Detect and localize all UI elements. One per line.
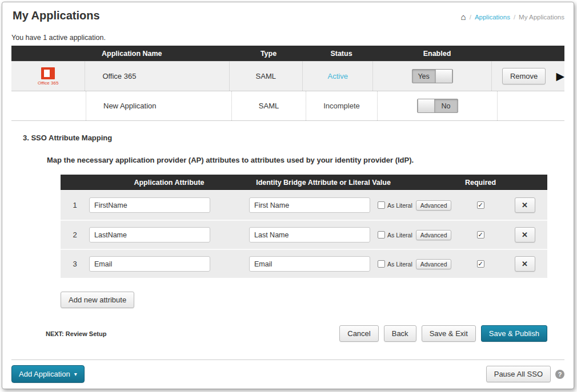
- application-status: Active: [302, 62, 372, 91]
- remove-cell: [497, 91, 563, 120]
- add-application-button[interactable]: Add Application ▾: [11, 365, 85, 383]
- application-name: New Application: [86, 91, 231, 120]
- table-row-new-application: New Application SAML Incomplete No: [11, 91, 564, 120]
- application-type: SAML: [229, 62, 302, 91]
- toggle-label: Yes: [412, 70, 435, 83]
- col-header-application-attribute: Application Attribute: [89, 179, 249, 187]
- as-literal-label: As Literal: [387, 232, 412, 239]
- as-literal-checkbox-1[interactable]: [378, 201, 385, 209]
- caret-down-icon: ▾: [74, 371, 77, 377]
- table-row-office-365: Office 365 Office 365 SAML Active Yes Re…: [11, 61, 564, 91]
- enabled-cell: No: [377, 91, 497, 120]
- row-number: 2: [61, 231, 89, 239]
- page-title: My Applications: [11, 9, 100, 22]
- topbar: My Applications ⌂ / Applications / My Ap…: [11, 9, 564, 22]
- app-attribute-input-1[interactable]: [89, 197, 210, 213]
- footer-bar: Add Application ▾ Pause All SSO ?: [11, 359, 564, 383]
- save-and-exit-button[interactable]: Save & Exit: [422, 325, 476, 342]
- delete-attribute-button-2[interactable]: ✕: [515, 227, 535, 243]
- col-header-application-name: Application Name: [86, 50, 231, 58]
- attribute-mapping-table: Application Attribute Identity Bridge At…: [61, 175, 547, 278]
- required-checkbox-3[interactable]: ✓: [477, 260, 484, 268]
- breadcrumb-separator: /: [470, 14, 471, 21]
- pause-all-sso-button[interactable]: Pause All SSO: [486, 366, 551, 382]
- idp-attribute-input-1[interactable]: [249, 197, 370, 213]
- advanced-button-3[interactable]: Advanced: [416, 259, 452, 269]
- delete-attribute-button-1[interactable]: ✕: [515, 197, 535, 213]
- col-header-required: Required: [458, 179, 503, 187]
- active-application-count: You have 1 active application.: [11, 34, 564, 42]
- enabled-toggle-office-365[interactable]: Yes: [412, 69, 453, 83]
- as-literal-label: As Literal: [387, 261, 412, 268]
- office-365-icon: Office 365: [38, 67, 58, 86]
- office-365-icon-label: Office 365: [38, 80, 58, 86]
- enabled-toggle-new-application[interactable]: No: [417, 99, 458, 113]
- required-checkbox-2[interactable]: ✓: [477, 231, 484, 239]
- col-header-enabled: Enabled: [377, 50, 497, 58]
- application-type: SAML: [231, 91, 306, 120]
- app-window: My Applications ⌂ / Applications / My Ap…: [2, 2, 574, 389]
- attribute-row-3: 3 As Literal Advanced ✓ ✕: [61, 249, 547, 278]
- as-literal-label: As Literal: [387, 202, 412, 209]
- sso-attribute-mapping-section: 3. SSO Attribute Mapping Map the necessa…: [11, 134, 564, 342]
- col-header-identity-bridge-attribute: Identity Bridge Attribute or Literal Val…: [249, 179, 458, 187]
- as-literal-checkbox-2[interactable]: [378, 231, 385, 239]
- next-step-label: NEXT: Review Setup: [46, 330, 106, 337]
- remove-cell: Remove: [491, 62, 556, 91]
- col-header-status: Status: [306, 50, 377, 58]
- section-description: Map the necessary application provider (…: [47, 156, 564, 164]
- toggle-knob: [435, 70, 452, 83]
- idp-attribute-input-3[interactable]: [249, 256, 370, 272]
- enabled-cell: Yes: [372, 62, 491, 91]
- home-icon[interactable]: ⌂: [461, 13, 466, 21]
- section-title: 3. SSO Attribute Mapping: [23, 134, 564, 142]
- row-number: 1: [61, 201, 89, 209]
- toggle-knob: [418, 99, 435, 112]
- applications-table: Application Name Type Status Enabled Off…: [11, 46, 564, 121]
- application-status: Incomplete: [306, 91, 377, 120]
- breadcrumb-link-applications[interactable]: Applications: [475, 14, 510, 21]
- toggle-label: No: [435, 99, 458, 112]
- cancel-button[interactable]: Cancel: [339, 325, 378, 342]
- app-attribute-input-3[interactable]: [89, 256, 210, 272]
- breadcrumb-current: My Applications: [519, 14, 564, 21]
- breadcrumb: ⌂ / Applications / My Applications: [461, 13, 564, 21]
- col-header-type: Type: [231, 50, 306, 58]
- row-number: 3: [61, 260, 89, 268]
- application-name: Office 365: [85, 62, 229, 91]
- attribute-row-1: 1 As Literal Advanced ✓ ✕: [61, 191, 547, 220]
- advanced-button-2[interactable]: Advanced: [416, 230, 452, 240]
- as-literal-checkbox-3[interactable]: [378, 260, 385, 268]
- delete-attribute-button-3[interactable]: ✕: [515, 256, 535, 272]
- help-icon[interactable]: ?: [555, 370, 564, 379]
- add-new-attribute-button[interactable]: Add new attribute: [61, 292, 134, 308]
- back-button[interactable]: Back: [384, 325, 416, 342]
- expand-arrow-icon[interactable]: ▶: [556, 71, 564, 82]
- add-application-label: Add Application: [19, 370, 70, 378]
- save-and-publish-button[interactable]: Save & Publish: [481, 325, 547, 342]
- required-checkbox-1[interactable]: ✓: [477, 201, 484, 209]
- app-attribute-input-2[interactable]: [89, 227, 210, 243]
- office-365-logo-glyph: [41, 67, 55, 79]
- remove-button[interactable]: Remove: [502, 68, 546, 84]
- app-icon-cell: Office 365: [11, 67, 85, 86]
- breadcrumb-separator: /: [514, 14, 515, 21]
- advanced-button-1[interactable]: Advanced: [416, 200, 452, 211]
- expand-cell: ▶: [556, 71, 564, 82]
- attribute-table-header: Application Attribute Identity Bridge At…: [61, 175, 547, 190]
- wizard-actions: NEXT: Review Setup Cancel Back Save & Ex…: [46, 325, 547, 342]
- attribute-row-2: 2 As Literal Advanced ✓ ✕: [61, 220, 547, 249]
- idp-attribute-input-2[interactable]: [249, 227, 370, 243]
- applications-table-header: Application Name Type Status Enabled: [11, 46, 564, 61]
